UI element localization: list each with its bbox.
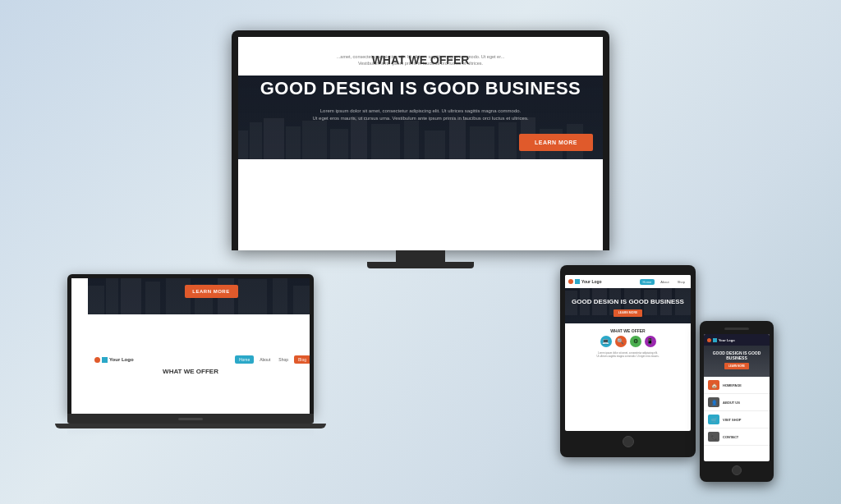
tablet-icon-3: ⚙ [630,336,641,347]
laptop-nav-shop[interactable]: Shop [276,355,291,364]
svg-rect-5 [330,129,348,159]
svg-rect-12 [499,122,517,159]
tablet-navbar: Your Logo Home About Shop [565,275,691,288]
svg-rect-24 [273,278,287,314]
laptop-logo-circle [94,357,100,363]
phone-menu-item-about[interactable]: 👤 ABOUT US [704,394,770,411]
phone-screen: Your Logo GOOD DESIGN IS GOOD BUSINESS L… [704,334,770,461]
phone-about-label: ABOUT US [723,401,740,405]
tablet-nav-shop[interactable]: Shop [675,278,687,286]
phone-homepage-label: HOMEPAGE [723,383,742,387]
responsive-devices-scene: Your Logo Home About Shop Contact Blog 🔍 [51,22,790,482]
tablet-content: Your Logo Home About Shop [565,275,691,364]
tablet-home-button[interactable] [623,436,634,447]
svg-rect-9 [425,131,445,159]
phone-contact-label: CONTACT [723,435,738,439]
tablet-nav-links: Home About Shop [640,278,687,286]
laptop-navbar: Your Logo Home About Shop Blog 🔍 [88,351,310,369]
phone-navbar: Your Logo [704,334,770,346]
svg-rect-16 [88,286,104,314]
laptop-logo-text: Your Logo [109,357,134,362]
desktop-device: Your Logo Home About Shop Contact Blog 🔍 [232,30,609,268]
laptop-nav-blog[interactable]: Blog [294,355,310,364]
svg-rect-10 [449,119,466,159]
tablet-logo-circle [568,279,573,284]
laptop-logo-square [102,357,108,363]
phone-logo-circle [707,338,711,342]
svg-rect-17 [106,278,118,314]
desktop-learn-more-button[interactable]: LEARN MORE [519,134,593,151]
svg-rect-11 [470,126,494,159]
svg-rect-4 [302,121,327,159]
desktop-neck [396,250,445,262]
phone-contact-icon: 📞 [708,432,719,442]
laptop-keyboard-bezel [67,414,314,424]
phone-menu-item-homepage[interactable]: 🏠 HOMEPAGE [704,377,770,394]
laptop-camera [178,418,203,420]
phone-menu-item-shop[interactable]: 🛒 VISIT SHOP [704,411,770,428]
laptop-nav-home[interactable]: Home [235,355,254,364]
phone-menu: 🏠 HOMEPAGE 👤 ABOUT US 🛒 VISIT SHOP [704,377,770,446]
svg-rect-0 [238,131,248,159]
tablet-hero-btn[interactable]: LEARN MORE [614,309,642,317]
laptop-reflection [67,430,314,437]
phone-menu-item-contact[interactable]: 📞 CONTACT [704,428,770,446]
phone-bezel: Your Logo GOOD DESIGN IS GOOD BUSINESS L… [700,321,774,482]
svg-rect-1 [250,122,262,159]
tablet-icon-circle-1: 💻 [600,336,612,347]
tablet-hero-title: GOOD DESIGN IS GOOD BUSINESS [572,298,684,306]
phone-hero: GOOD DESIGN IS GOOD BUSINESS LEARN MORE [704,346,770,377]
phone-homepage-icon: 🏠 [708,380,719,390]
laptop-screen: Your Logo Home About Shop Blog 🔍 [71,278,310,414]
phone-shop-label: VISIT SHOP [723,418,741,422]
laptop-learn-more-button[interactable]: LEARN MORE [185,285,238,298]
svg-rect-7 [371,124,400,159]
tablet-icon-2: 🔍 [615,336,627,347]
phone-home-button[interactable] [732,465,742,475]
phone-logo-square [713,338,717,342]
tablet-nav-home[interactable]: Home [640,279,655,285]
tablet-screen: Your Logo Home About Shop [565,275,691,431]
phone-shop-icon: 🛒 [708,415,719,424]
phone-content: Your Logo GOOD DESIGN IS GOOD BUSINESS L… [704,334,770,446]
tablet-wwo-title: WHAT WE OFFER [570,328,686,333]
svg-rect-25 [293,286,310,314]
laptop-nav-about[interactable]: About [257,355,273,364]
tablet-logo-square [575,279,580,284]
tablet-icon-circle-2: 🔍 [615,336,627,347]
phone-device: Your Logo GOOD DESIGN IS GOOD BUSINESS L… [700,321,774,482]
tablet-icons-row: 💻 🔍 ⚙ 📱 [570,336,686,347]
tablet-bezel: Your Logo Home About Shop [560,265,696,457]
tablet-wwo-section: WHAT WE OFFER 💻 🔍 ⚙ [565,323,691,364]
laptop-device: Your Logo Home About Shop Blog 🔍 [67,274,314,437]
laptop-bezel: Your Logo Home About Shop Blog 🔍 [67,274,314,414]
phone-logo: Your Logo [707,338,735,342]
svg-rect-19 [145,282,160,314]
tablet-device: Your Logo Home About Shop [560,265,696,457]
desktop-bezel: Your Logo Home About Shop Contact Blog 🔍 [232,30,609,250]
svg-rect-23 [238,279,267,314]
desktop-hero-subtitle: Lorem ipsum dolor sit amet, consectetur … [238,108,603,122]
tablet-icon-circle-3: ⚙ [630,336,641,347]
phone-learn-more-button[interactable]: LEARN MORE [724,363,749,369]
desktop-wwo-section: WHAT WE OFFER ...amet, consectetur adipi… [238,45,603,76]
phone-hero-title: GOOD DESIGN IS GOOD BUSINESS [708,351,765,360]
tablet-icon-circle-4: 📱 [645,336,656,347]
desktop-wwo-title: WHAT WE OFFER [238,53,603,66]
phone-speaker [724,328,749,330]
svg-rect-6 [351,117,367,159]
svg-rect-3 [286,126,301,159]
desktop-hero-title: GOOD DESIGN IS GOOD BUSINESS [238,78,603,99]
laptop-base [55,424,326,428]
svg-rect-8 [404,121,419,159]
tablet-info-text: Lorem ipsum dolor sit amet, consectetur … [570,351,686,360]
laptop-logo: Your Logo [94,357,235,363]
tablet-nav-about[interactable]: About [658,278,671,286]
laptop-wwo-title: WHAT WE OFFER [81,368,300,375]
svg-rect-18 [121,278,141,314]
phone-about-icon: 👤 [708,397,719,407]
laptop-nav-links: Home About Shop Blog 🔍 [235,355,310,364]
desktop-screen: Your Logo Home About Shop Contact Blog 🔍 [238,37,603,250]
tablet-icon-4: 📱 [645,336,656,347]
tablet-icon-1: 💻 [600,336,612,347]
